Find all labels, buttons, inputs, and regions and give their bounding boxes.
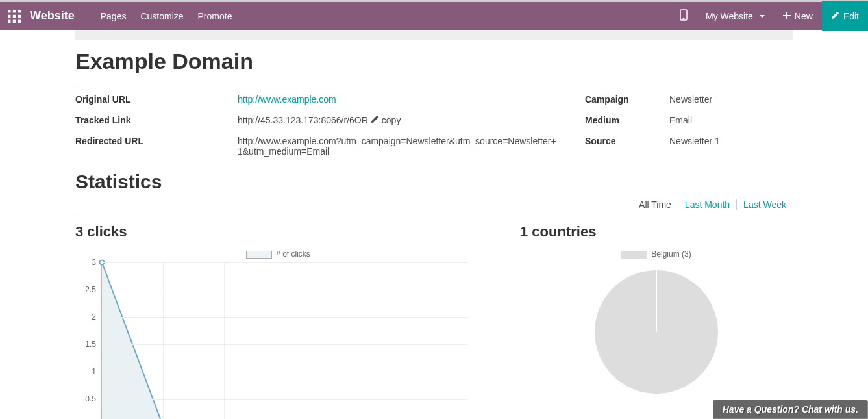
clicks-line-chart: 00.511.522.53 <box>81 261 470 419</box>
separator <box>75 86 793 86</box>
page-title: Example Domain <box>75 49 793 74</box>
value-source: Newsletter 1 <box>669 136 793 146</box>
svg-rect-5 <box>18 14 21 17</box>
copy-button[interactable]: copy <box>382 115 401 125</box>
pie-legend-swatch <box>621 251 647 259</box>
range-tabs: All Time Last Month Last Week <box>632 199 793 210</box>
pie-legend: Belgium (3) <box>621 249 691 259</box>
svg-rect-3 <box>8 14 10 17</box>
mobile-preview-button[interactable] <box>671 1 697 31</box>
pencil-icon <box>831 11 839 21</box>
countries-chart-col: 1 countries Belgium (3) <box>520 223 793 419</box>
svg-rect-4 <box>13 14 16 17</box>
pencil-icon[interactable] <box>371 115 379 125</box>
value-original-url: http://www.example.com <box>238 94 559 105</box>
countries-pie-chart <box>595 270 718 394</box>
pie-legend-label: Belgium (3) <box>651 249 691 259</box>
nav-customize[interactable]: Customize <box>140 11 183 21</box>
nav-promote[interactable]: Promote <box>198 11 232 21</box>
range-last-month[interactable]: Last Month <box>678 199 737 210</box>
countries-title: 1 countries <box>520 223 793 240</box>
svg-point-10 <box>683 18 684 19</box>
tracked-link-text: http://45.33.123.173:8066/r/6OR <box>238 115 368 125</box>
label-original-url: Original URL <box>75 94 238 105</box>
svg-rect-8 <box>18 19 21 22</box>
main-container: Example Domain Original URL http://www.e… <box>75 30 793 419</box>
brand[interactable]: Website <box>30 9 75 23</box>
pie-wrap: Belgium (3) <box>520 249 793 394</box>
clicks-chart-col: 3 clicks # of clicks 00.511.522.53 <box>75 223 481 419</box>
row-campaign: Campaign Newsletter <box>585 94 793 105</box>
topbar-right: My Website New Edit <box>671 1 868 31</box>
apps-icon[interactable] <box>8 10 21 23</box>
range-all-time[interactable]: All Time <box>632 199 678 210</box>
svg-rect-2 <box>18 10 21 12</box>
label-source: Source <box>585 136 669 146</box>
main-nav: Pages Customize Promote <box>101 11 671 21</box>
breadcrumb-strip <box>75 30 793 40</box>
svg-rect-1 <box>13 10 16 12</box>
row-redirected-url: Redirected URL http://www.example.com?ut… <box>75 136 559 157</box>
charts-row: 3 clicks # of clicks 00.511.522.53 1 cou… <box>75 223 793 419</box>
stats-heading: Statistics <box>75 171 793 193</box>
svg-rect-6 <box>8 19 10 22</box>
row-medium: Medium Email <box>585 115 793 125</box>
new-button[interactable]: New <box>774 1 822 31</box>
edit-button[interactable]: Edit <box>822 1 868 31</box>
value-tracked-link: http://45.33.123.173:8066/r/6OR copy <box>238 115 559 125</box>
line-legend: # of clicks <box>75 249 481 259</box>
label-campaign: Campaign <box>585 94 669 105</box>
stats-range-bar: All Time Last Month Last Week <box>75 199 793 214</box>
label-tracked-link: Tracked Link <box>75 115 238 125</box>
site-switcher-label: My Website <box>706 11 753 21</box>
plot-area <box>101 262 468 419</box>
plus-icon <box>783 11 791 21</box>
details-left: Original URL http://www.example.com Trac… <box>75 94 559 167</box>
details-right: Campaign Newsletter Medium Email Source … <box>585 94 793 167</box>
chat-widget[interactable]: Have a Question? Chat with us. <box>713 400 868 419</box>
site-switcher[interactable]: My Website <box>697 1 774 31</box>
topbar: Website Pages Customize Promote My Websi… <box>0 0 868 30</box>
line-legend-label: # of clicks <box>276 249 310 259</box>
y-axis-ticks: 00.511.522.53 <box>81 261 99 419</box>
row-tracked-link: Tracked Link http://45.33.123.173:8066/r… <box>75 115 559 125</box>
row-source: Source Newsletter 1 <box>585 136 793 146</box>
value-medium: Email <box>669 115 793 125</box>
nav-pages[interactable]: Pages <box>101 11 127 21</box>
svg-rect-12 <box>783 15 791 16</box>
svg-rect-7 <box>13 19 16 22</box>
label-redirected-url: Redirected URL <box>75 136 238 157</box>
svg-rect-0 <box>8 10 10 12</box>
value-redirected-url: http://www.example.com?utm_campaign=News… <box>238 136 559 157</box>
link-details: Original URL http://www.example.com Trac… <box>75 94 793 167</box>
edit-label: Edit <box>843 11 859 21</box>
mobile-icon <box>680 9 688 23</box>
clicks-title: 3 clicks <box>75 223 481 240</box>
original-url-link[interactable]: http://www.example.com <box>238 94 336 105</box>
row-original-url: Original URL http://www.example.com <box>75 94 559 105</box>
range-last-week[interactable]: Last Week <box>737 199 793 210</box>
value-campaign: Newsletter <box>669 94 793 105</box>
line-legend-swatch <box>246 251 272 259</box>
label-medium: Medium <box>585 115 669 125</box>
new-label: New <box>795 11 813 21</box>
